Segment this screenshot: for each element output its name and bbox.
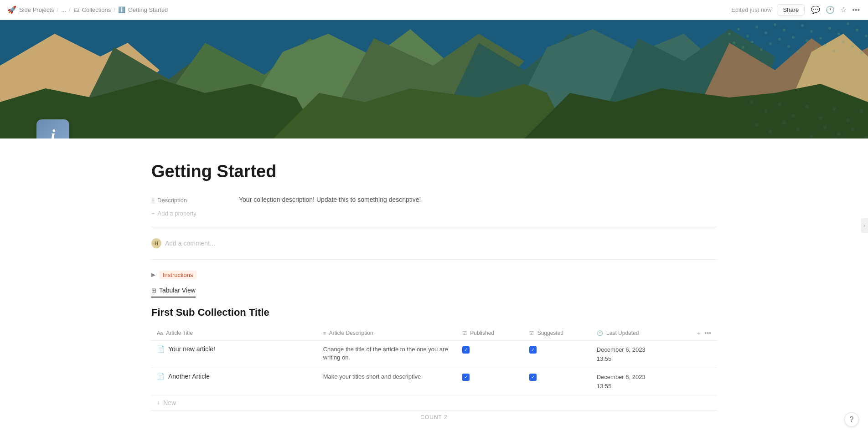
- breadcrumb-sep2: /: [69, 6, 71, 13]
- svg-point-21: [746, 35, 749, 37]
- suggested-checkbox-0[interactable]: ✓: [529, 346, 537, 354]
- svg-point-32: [847, 22, 849, 25]
- row-actions-0: [692, 341, 717, 368]
- hero-banner: i: [0, 20, 868, 138]
- col-header-updated: 🕐 Last Updated: [591, 326, 692, 341]
- add-col-icon[interactable]: +: [697, 329, 701, 337]
- svg-point-45: [824, 44, 827, 46]
- user-avatar: H: [151, 238, 161, 248]
- page-title[interactable]: Getting Started: [151, 161, 717, 182]
- svg-point-50: [750, 100, 754, 104]
- divider-1: [151, 227, 717, 227]
- sub-collection-title: First Sub Collection Title: [151, 307, 717, 318]
- count-value: 2: [444, 414, 448, 421]
- comment-area[interactable]: H Add a comment...: [151, 235, 717, 252]
- suggested-cell-0[interactable]: ✓: [524, 341, 591, 368]
- edit-status: Edited just now: [731, 6, 771, 13]
- svg-point-61: [782, 121, 786, 124]
- updated-cell-0: December 6, 2023 13:55: [591, 341, 692, 368]
- col-header-published: ☑ Published: [457, 326, 524, 341]
- add-comment-text[interactable]: Add a comment...: [165, 240, 215, 247]
- breadcrumb-ellipsis[interactable]: ...: [61, 6, 66, 13]
- svg-point-33: [856, 29, 858, 31]
- checkbox-icon: ☑: [462, 330, 467, 336]
- svg-point-20: [737, 28, 740, 31]
- more-col-icon[interactable]: •••: [704, 329, 711, 337]
- svg-point-48: [851, 45, 854, 48]
- help-button[interactable]: ?: [844, 412, 859, 427]
- description-icon: ≡: [151, 197, 155, 203]
- suggested-cell-1[interactable]: ✓: [524, 368, 591, 395]
- topbar: 🚀 Side Projects / ... / 🗂 Collections / …: [0, 0, 868, 20]
- breadcrumb: 🚀 Side Projects / ... / 🗂 Collections / …: [7, 5, 168, 14]
- tabular-view-tab[interactable]: ⊞ Tabular View: [151, 287, 196, 298]
- aa-icon: Aa: [157, 330, 163, 336]
- description-label-text: Description: [157, 197, 187, 204]
- article-title-cell-1[interactable]: 📄 Another Article: [151, 368, 318, 395]
- new-label: New: [163, 399, 176, 406]
- svg-point-38: [760, 48, 763, 51]
- plus-new-icon: +: [157, 399, 160, 406]
- article-title-text-1: Another Article: [168, 373, 210, 380]
- svg-point-24: [774, 23, 776, 26]
- breadcrumb-sep1: /: [57, 6, 59, 13]
- svg-point-30: [828, 27, 831, 30]
- breadcrumb-workspace[interactable]: Side Projects: [19, 6, 54, 13]
- date-text-1: December 6, 2023 13:55: [597, 373, 686, 390]
- svg-point-60: [769, 130, 772, 133]
- published-cell-1[interactable]: ✓: [457, 368, 524, 395]
- article-title-text: Your new article!: [168, 345, 215, 353]
- table-row: 📄 Your new article! Change the title of …: [151, 341, 717, 368]
- comment-icon[interactable]: 💬: [810, 5, 821, 15]
- published-cell-0[interactable]: ✓: [457, 341, 524, 368]
- date-text-0: December 6, 2023 13:55: [597, 345, 686, 363]
- page-icon: i: [36, 119, 69, 138]
- doc-icon: 📄: [157, 345, 165, 353]
- instructions-toggle[interactable]: ▶ Instructions: [151, 267, 717, 283]
- svg-point-62: [796, 128, 800, 131]
- published-checkbox-1[interactable]: ✓: [462, 374, 470, 381]
- breadcrumb-sep3: /: [114, 6, 115, 13]
- svg-point-55: [819, 116, 822, 120]
- article-table: Aa Article Title ≡ Article Description ☑…: [151, 326, 717, 395]
- article-desc-text-0: Change the title of the article to the o…: [323, 346, 448, 361]
- doc-icon-1: 📄: [157, 373, 165, 380]
- main-content: i Getting Started ≡ Description Your col…: [0, 20, 868, 436]
- new-row-button[interactable]: + New: [151, 395, 717, 410]
- plus-icon: +: [151, 210, 155, 217]
- svg-point-66: [851, 128, 854, 131]
- svg-point-41: [787, 45, 790, 48]
- table-row: 📄 Another Article Make your titles short…: [151, 368, 717, 395]
- svg-point-59: [755, 123, 759, 127]
- svg-point-51: [764, 109, 768, 113]
- article-title-cell[interactable]: 📄 Your new article!: [151, 341, 318, 368]
- svg-point-54: [805, 105, 809, 108]
- more-icon[interactable]: •••: [851, 5, 861, 15]
- count-bar: COUNT 2: [151, 410, 717, 424]
- svg-point-49: [860, 51, 863, 54]
- svg-point-56: [832, 107, 836, 111]
- history-icon[interactable]: 🕐: [825, 5, 836, 15]
- content-area: Getting Started ≡ Description Your colle…: [115, 138, 753, 436]
- add-property-button[interactable]: + Add a property: [151, 207, 717, 220]
- table-header-row: Aa Article Title ≡ Article Description ☑…: [151, 326, 717, 341]
- instructions-badge: Instructions: [159, 271, 196, 279]
- description-value[interactable]: Your collection description! Update this…: [239, 196, 717, 203]
- svg-point-39: [769, 42, 772, 45]
- description-label: ≡ Description: [151, 196, 233, 205]
- suggested-icon: ☑: [529, 330, 534, 336]
- svg-point-43: [806, 39, 808, 42]
- share-button[interactable]: Share: [777, 4, 805, 15]
- breadcrumb-current-page[interactable]: Getting Started: [128, 6, 168, 13]
- right-collapse-arrow[interactable]: ›: [861, 218, 868, 233]
- svg-point-53: [791, 114, 795, 118]
- star-icon[interactable]: ☆: [839, 5, 847, 15]
- svg-point-47: [842, 41, 845, 43]
- breadcrumb-collections[interactable]: Collections: [82, 6, 111, 13]
- svg-point-29: [819, 37, 822, 40]
- table-icon: ⊞: [151, 287, 156, 294]
- suggested-checkbox-1[interactable]: ✓: [529, 374, 537, 381]
- published-checkbox-0[interactable]: ✓: [462, 346, 470, 354]
- svg-point-23: [765, 31, 767, 34]
- topbar-icons: 💬 🕐 ☆ •••: [810, 5, 861, 15]
